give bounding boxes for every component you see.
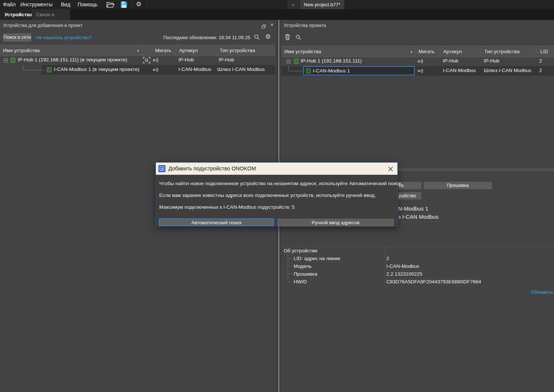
- about-row[interactable]: Прошивка 2.2.1323100225: [281, 270, 554, 278]
- device-articul: I-CAN-Modbus: [178, 67, 211, 72]
- app-window: Файл Инструменты Вид Помощь ⚙ + New proj…: [0, 0, 554, 392]
- blink-icon[interactable]: [417, 59, 424, 65]
- add-subdevice-dialog: S Добавить подустройство ONOKOM Чтобы на…: [155, 162, 398, 226]
- dialog-line-1: Чтобы найти новое подключенное устройств…: [159, 181, 403, 186]
- table-row[interactable]: IP-Hub 1 (192.168.151.111) IP-Hub IP-Hub…: [281, 57, 554, 66]
- col-articul[interactable]: Артикул: [440, 46, 481, 57]
- module-icon: [47, 67, 52, 74]
- col-type[interactable]: Тип устройства: [481, 46, 537, 57]
- device-type-fragment: з I-CAN Modbus: [398, 214, 438, 220]
- save-icon[interactable]: [120, 1, 127, 10]
- refresh-link[interactable]: Обновить: [531, 289, 553, 295]
- main-tabs: Устройства Связи и логика: [0, 9, 554, 20]
- device-articul: IP-Hub: [178, 57, 194, 62]
- tab-links-and-logic[interactable]: Связи и логика: [32, 9, 70, 20]
- dialog-close-icon[interactable]: [388, 166, 393, 173]
- blink-icon[interactable]: [153, 58, 159, 64]
- about-label: Модель: [294, 263, 311, 269]
- about-value: 2.2.1323100225: [386, 271, 423, 277]
- menu-help[interactable]: Помощь: [76, 0, 99, 9]
- open-folder-icon[interactable]: [106, 1, 114, 9]
- table-row[interactable]: IP-Hub 1 (192.168.151.111) (в текущем пр…: [0, 55, 275, 65]
- tree-connector: [288, 71, 304, 71]
- svg-text:S: S: [161, 167, 163, 171]
- tree-connector: [23, 70, 45, 70]
- tree-connector: [288, 258, 292, 259]
- device-name: IP-Hub 1 (192.168.151.111) (в текущем пр…: [18, 57, 127, 62]
- trash-icon[interactable]: [285, 34, 290, 42]
- magnifier-icon[interactable]: [254, 34, 260, 42]
- col-blink[interactable]: Мигать: [152, 45, 176, 56]
- device-type: IP-Hub: [219, 57, 234, 62]
- panel-title: Устройства проекта: [284, 23, 326, 28]
- device-name: I-CAN-Modbus 1 (в текущем проекте): [54, 67, 139, 72]
- selected-name-cell[interactable]: I-CAN-Modbus 1: [303, 66, 415, 75]
- dialog-line-3: Максимум подключенных к I-CAN-Modbus под…: [159, 204, 294, 210]
- tree-connector: [288, 274, 292, 274]
- device-lid: 2: [539, 58, 542, 64]
- firmware-button[interactable]: Прошивка: [424, 182, 492, 189]
- col-name[interactable]: Имя устройства: [0, 45, 143, 56]
- partial-button-bottom-label: ройство: [399, 193, 416, 198]
- menu-file[interactable]: Файл: [1, 0, 17, 9]
- dialog-line-2: Если вам заранее известны адреса всех по…: [159, 192, 376, 198]
- search-network-button[interactable]: Поиск в сети: [3, 33, 31, 42]
- separator: [281, 286, 554, 286]
- about-row[interactable]: LID: адрес на линии 2: [281, 255, 554, 262]
- collapse-toggle-icon[interactable]: [287, 59, 291, 64]
- module-icon: [306, 68, 311, 75]
- sort-asc-icon: ▲: [137, 49, 140, 52]
- col-name[interactable]: Имя устройства: [281, 46, 416, 57]
- gear-icon[interactable]: ⚙: [265, 34, 271, 40]
- module-icon: [294, 59, 299, 65]
- new-tab-button[interactable]: +: [288, 1, 299, 8]
- about-row[interactable]: Модель I-CAN-Modbus: [281, 262, 554, 270]
- about-header-row[interactable]: Об устройстве: [281, 247, 554, 255]
- sort-asc-icon: ▲: [410, 50, 413, 53]
- tree-connector: [23, 65, 23, 70]
- menu-view[interactable]: Вид: [59, 0, 72, 9]
- panel-title: Устройства для добавления в проект: [3, 23, 83, 28]
- close-icon[interactable]: ×: [270, 21, 274, 28]
- dialog-titlebar[interactable]: S Добавить подустройство ONOKOM: [156, 163, 397, 175]
- about-header: Об устройстве: [284, 248, 318, 253]
- device-not-found-link[interactable]: Не нашлось устройство?: [36, 35, 92, 40]
- tab-devices[interactable]: Устройства: [0, 9, 32, 20]
- last-update-label: Последнее обновление: 18:34 11.09.25: [163, 35, 250, 40]
- table-row[interactable]: I-CAN-Modbus 1 I-CAN-Modbus Шлюз I-CAN M…: [281, 66, 554, 76]
- table-row[interactable]: I-CAN-Modbus 1 (в текущем проекте) I-CAN…: [0, 65, 275, 75]
- project-tab[interactable]: New project.b77*: [300, 0, 344, 9]
- menubar: Файл Инструменты Вид Помощь ⚙ + New proj…: [0, 0, 554, 9]
- device-articul: IP-Hub: [443, 58, 458, 64]
- device-name: IP-Hub 1 (192.168.151.111): [301, 58, 362, 64]
- col-empty[interactable]: [143, 45, 152, 56]
- table-header: Имя устройства ▲ Мигать Артикул Тип устр…: [281, 46, 554, 57]
- about-row[interactable]: HWID C83D76A5DFA9F20443793E6B80DF7664: [281, 278, 554, 286]
- about-label: Прошивка: [294, 271, 317, 277]
- dialog-title: Добавить подустройство ONOKOM: [168, 166, 256, 171]
- magnifier-icon[interactable]: [295, 34, 301, 42]
- device-name-fragment: N-Modbus 1: [398, 205, 428, 212]
- float-icon[interactable]: [261, 23, 266, 30]
- blink-icon[interactable]: [417, 68, 424, 75]
- device-articul: I-CAN-Modbus: [443, 68, 476, 73]
- device-name: I-CAN-Modbus 1: [313, 68, 350, 74]
- auto-search-button[interactable]: Автоматический поиск: [159, 218, 274, 226]
- col-lid[interactable]: LID: [537, 46, 554, 57]
- identify-icon[interactable]: [143, 57, 150, 65]
- manual-input-button[interactable]: Ручной ввод адресов: [277, 219, 394, 226]
- device-lid: 2: [539, 68, 542, 73]
- menu-tools[interactable]: Инструменты: [19, 0, 54, 9]
- blink-icon[interactable]: [153, 67, 159, 74]
- col-type[interactable]: Тип устройства: [217, 45, 275, 56]
- collapse-toggle-icon[interactable]: [4, 58, 8, 62]
- col-blink[interactable]: Мигать: [416, 46, 440, 57]
- about-label: LID: адрес на линии: [294, 256, 340, 261]
- about-value: 2: [386, 256, 389, 261]
- col-articul[interactable]: Артикул: [176, 45, 217, 56]
- about-value: I-CAN-Modbus: [386, 263, 419, 269]
- module-icon: [10, 58, 16, 64]
- tree-connector: [288, 66, 289, 71]
- device-type: Шлюз I-CAN Modbus: [484, 68, 531, 73]
- gear-icon[interactable]: ⚙: [136, 1, 141, 7]
